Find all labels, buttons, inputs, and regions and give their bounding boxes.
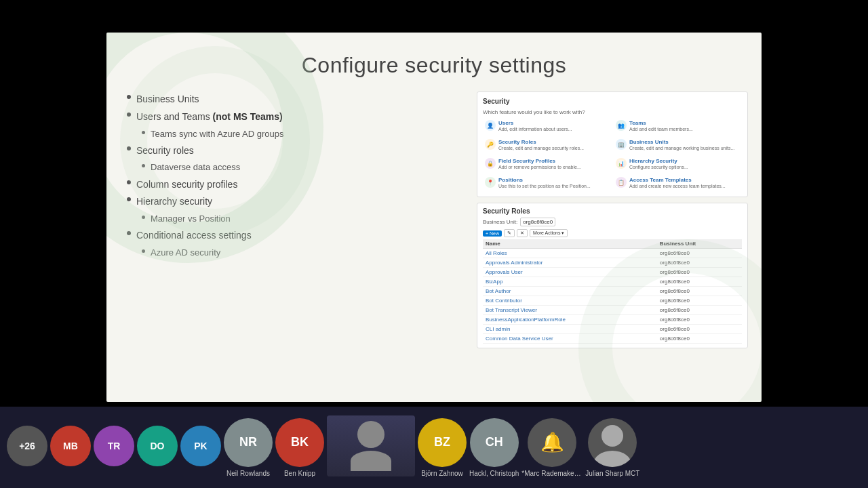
- more-actions-button[interactable]: More Actions ▾: [530, 229, 568, 237]
- item-name: Users: [498, 120, 572, 126]
- role-bu-cell: org8c6f8ce0: [657, 306, 742, 315]
- table-row: Bot Contributororg8c6f8ce0: [483, 296, 742, 306]
- participant-pk: PK: [180, 426, 221, 469]
- bullet-column-security: Column security profiles: [127, 177, 463, 193]
- pk-avatar: PK: [180, 426, 221, 466]
- security-item-users: 👤 Users Add, edit information about user…: [483, 118, 611, 134]
- table-row: Common Data Service Userorg8c6f8ce0: [483, 334, 742, 344]
- field-icon: 🔒: [485, 158, 496, 169]
- role-name-cell: All Roles: [483, 249, 657, 258]
- sub-text: Dataverse data access: [151, 160, 240, 175]
- table-row: All Rolesorg8c6f8ce0: [483, 249, 742, 258]
- security-item-positions: 📍 Positions Use this to set the position…: [483, 175, 611, 191]
- bullet-business-units: Business Units: [127, 92, 463, 108]
- role-bu-cell: org8c6f8ce0: [657, 249, 742, 258]
- role-bu-cell: org8c6f8ce0: [657, 315, 742, 325]
- item-name: Security Roles: [498, 139, 584, 145]
- role-name-cell: Bot Author: [483, 287, 657, 296]
- role-bu-cell: org8c6f8ce0: [657, 334, 742, 344]
- ch-avatar: CH: [470, 418, 519, 467]
- svg-point-1: [593, 451, 631, 467]
- item-name: Hierarchy Security: [629, 158, 688, 164]
- bullet-list: Business Units Users and Teams (not MS T…: [127, 92, 463, 348]
- item-desc: Add or remove permissions to enable...: [498, 164, 581, 170]
- bz-name: Björn Zahnow: [421, 470, 463, 477]
- positions-icon: 📍: [485, 177, 496, 188]
- role-name-cell: Bot Contributor: [483, 296, 657, 306]
- video-feed: [327, 415, 415, 476]
- delete-button[interactable]: ✕: [517, 229, 528, 237]
- bullet-text: Conditional access settings: [136, 228, 252, 244]
- bullet-dot: [127, 113, 131, 117]
- sub-bullet-azure-ad: Azure AD security: [142, 245, 463, 260]
- new-button[interactable]: + New: [483, 230, 502, 237]
- role-bu-cell: org8c6f8ce0: [657, 277, 742, 287]
- do-avatar: DO: [137, 426, 178, 466]
- roles-filter: Business Unit: org8c6f8ce0: [483, 218, 742, 226]
- sub-dot: [142, 164, 145, 167]
- role-name-cell: Approvals User: [483, 268, 657, 277]
- sub-bullet-manager-position: Manager vs Position: [142, 211, 463, 226]
- bullet-dot: [127, 95, 131, 99]
- participant-tr: TR: [94, 426, 134, 469]
- col-name: Name: [483, 239, 657, 249]
- templates-icon: 📋: [616, 177, 627, 188]
- users-icon: 👤: [485, 120, 496, 131]
- role-name-cell: BusinessApplicationPlatformRole: [483, 315, 657, 325]
- security-item-business-units: 🏢 Business Units Create, edit and manage…: [614, 137, 742, 153]
- roles-table: Name Business Unit All Rolesorg8c6f8ce0A…: [483, 239, 742, 344]
- item-desc: Use this to set the position as the Posi…: [498, 183, 591, 189]
- bullet-dot: [127, 180, 131, 184]
- bullet-text: Hierarchy security: [136, 194, 212, 210]
- sub-dot: [142, 249, 145, 253]
- security-item-access-templates: 📋 Access Team Templates Add and create n…: [614, 175, 742, 191]
- item-desc: Create, edit and manage working business…: [629, 145, 734, 151]
- security-item-text: Security Roles Create, edit and manage s…: [498, 139, 584, 151]
- security-item-text: Teams Add and edit team members...: [629, 120, 693, 132]
- bullet-users-teams: Users and Teams (not MS Teams): [127, 109, 463, 125]
- role-bu-cell: org8c6f8ce0: [657, 258, 742, 268]
- teams-icon: 👥: [616, 120, 627, 131]
- security-panel-title: Security: [483, 98, 742, 105]
- js-name: Julian Sharp MCT: [585, 470, 639, 477]
- participant-do: DO: [137, 426, 178, 469]
- edit-button[interactable]: ✎: [504, 229, 515, 237]
- security-item-roles: 🔑 Security Roles Create, edit and manage…: [483, 137, 611, 153]
- sub-text: Teams sync with Azure AD groups: [151, 127, 284, 142]
- bz-avatar: BZ: [418, 418, 467, 467]
- mr-name: *Marc Rademaker (Guest): [521, 470, 583, 477]
- bk-avatar: BK: [275, 418, 324, 467]
- bu-label: Business Unit:: [483, 219, 517, 225]
- table-row: Approvals Userorg8c6f8ce0: [483, 268, 742, 277]
- security-panel: Security Which feature would you like to…: [477, 92, 748, 197]
- table-row: Bot Authororg8c6f8ce0: [483, 287, 742, 296]
- role-bu-cell: org8c6f8ce0: [657, 296, 742, 306]
- roles-icon: 🔑: [485, 139, 496, 150]
- participant-nr: NR Neil Rowlands: [224, 418, 273, 477]
- participant-js: Julian Sharp MCT: [585, 418, 639, 477]
- sub-text: Azure AD security: [151, 245, 220, 260]
- bullet-conditional-access: Conditional access settings: [127, 228, 463, 244]
- item-name: Positions: [498, 177, 591, 183]
- bullet-dot: [127, 197, 131, 201]
- participant-video: [327, 415, 415, 479]
- item-name: Access Team Templates: [629, 177, 726, 183]
- roles-toolbar: + New ✎ ✕ More Actions ▾: [483, 229, 742, 237]
- screenshot-area: Security Which feature would you like to…: [477, 92, 748, 348]
- role-name-cell: CLI admin: [483, 325, 657, 334]
- table-row: BusinessApplicationPlatformRoleorg8c6f8c…: [483, 315, 742, 325]
- bu-select[interactable]: org8c6f8ce0: [520, 218, 555, 226]
- sub-bullet-teams-sync: Teams sync with Azure AD groups: [142, 127, 463, 142]
- participant-bk: BK Ben Knipp: [275, 418, 324, 477]
- bullet-hierarchy-security: Hierarchy security: [127, 194, 463, 210]
- nr-avatar: NR: [224, 418, 273, 467]
- item-desc: Configure security options...: [629, 164, 688, 170]
- item-name: Field Security Profiles: [498, 158, 581, 164]
- nr-name: Neil Rowlands: [226, 470, 270, 477]
- tr-avatar: TR: [94, 426, 134, 466]
- role-name-cell: Common Data Service User: [483, 334, 657, 344]
- bullet-dot: [127, 146, 131, 150]
- video-face: [327, 415, 415, 476]
- count-avatar: +26: [7, 426, 47, 466]
- item-name: Business Units: [629, 139, 734, 145]
